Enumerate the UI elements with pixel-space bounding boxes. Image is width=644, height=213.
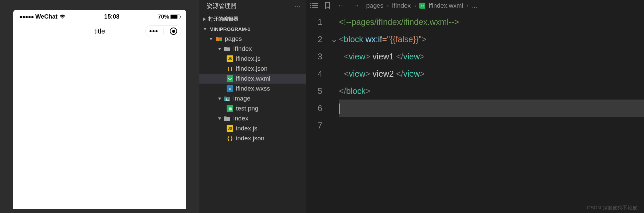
close-target-icon[interactable] [170,28,177,35]
capsule-divider [163,28,164,35]
file-label: ifindex.wxss [236,85,270,92]
open-editors-section[interactable]: 打开的编辑器 [199,14,306,24]
line-number: 2 [306,31,322,48]
breadcrumb-item[interactable]: ifIndex [392,2,411,9]
explorer-sidebar: 资源管理器 ··· 打开的编辑器 MINIPROGRAM-1 pages ifI… [199,0,306,213]
svg-rect-6 [312,5,318,6]
phone-frame: ●●●●● WeChat 15:08 70% title [13,10,186,209]
chevron-right-icon: › [414,2,416,9]
line-number: 5 [306,82,322,100]
code-line-current[interactable] [339,100,644,117]
folder-pages[interactable]: pages [199,34,306,44]
chevron-right-icon: › [387,2,389,9]
status-right: 70% [158,14,180,20]
file-ifindex-json[interactable]: { } ifindex.json [199,64,306,74]
bookmark-icon[interactable] [325,2,330,9]
js-icon: JS [227,55,233,62]
folder-image[interactable]: image [199,94,306,104]
file-label: ifindex.js [236,55,261,62]
file-ifindex-wxss[interactable]: ≡ ifindex.wxss [199,84,306,94]
chevron-right-icon [203,18,206,21]
file-tree: pages ifIndex JS ifindex.js { } ifindex.… [199,34,306,213]
folder-label: image [233,95,251,102]
js-icon: JS [227,125,233,132]
code-line[interactable]: <view> view1 </view> [339,48,644,65]
code-line[interactable]: </block> [339,82,644,100]
folder-index[interactable]: index [199,113,306,123]
wxml-icon: <> [419,3,425,9]
carrier-label: WeChat [35,13,57,20]
chevron-down-icon [218,48,221,50]
file-label: index.json [236,135,265,142]
line-number: 6 [306,100,322,117]
capsule-button[interactable] [145,25,181,37]
line-number: 4 [306,65,322,82]
status-left: ●●●●● WeChat [19,13,66,20]
json-icon: { } [227,135,233,142]
status-bar: ●●●●● WeChat 15:08 70% [13,10,186,22]
chevron-down-icon [218,98,221,100]
chevron-down-icon [203,28,207,30]
file-test-png[interactable]: ▧ test.png [199,104,306,113]
editor-top-bar: ← → pages › ifIndex › <> ifindex.wxml › … [306,0,644,13]
breadcrumb[interactable]: pages › ifIndex › <> ifindex.wxml › ... [366,2,477,9]
status-time: 15:08 [104,13,119,20]
code-line[interactable]: <block wx:if="{{false}}"> [339,31,644,48]
battery-percent: 70% [158,14,169,20]
code-line[interactable] [339,117,644,134]
line-number: 1 [306,13,322,31]
file-label: test.png [236,105,259,112]
json-icon: { } [227,65,233,72]
editor-top-icons: ← → [310,1,360,10]
folder-ifindex[interactable]: ifIndex [199,44,306,54]
explorer-header: 资源管理器 ··· [199,0,306,14]
folder-image-icon [224,96,231,102]
nav-forward-icon[interactable]: → [352,1,360,10]
list-icon[interactable] [310,3,318,9]
code-line[interactable]: <!--pages/ifIndex/ifindex.wxml--> [339,13,644,31]
code-line[interactable]: <view> view2 </view> [339,65,644,82]
folder-icon [224,46,231,52]
file-label: ifindex.wxml [236,75,270,82]
battery-icon [170,15,180,19]
folder-icon [215,36,222,42]
watermark: CSDN @癞皮狗不赖皮 [587,205,637,211]
fold-icon[interactable]: ⌄ [329,31,339,48]
code-area[interactable]: 1 2 3 4 5 6 7 ⌄ <!--pages/ifIndex/ifinde… [306,13,644,213]
svg-rect-0 [219,39,221,41]
file-ifindex-js[interactable]: JS ifindex.js [199,54,306,64]
simulator-panel: ●●●●● WeChat 15:08 70% title [0,0,199,213]
file-label: ifindex.json [236,65,268,72]
project-label: MINIPROGRAM-1 [209,26,250,32]
breadcrumb-item[interactable]: pages [366,2,383,9]
chevron-down-icon [209,38,213,40]
chevron-right-icon: › [467,2,469,9]
image-icon: ▧ [227,105,233,112]
line-number: 7 [306,117,322,134]
nav-back-icon[interactable]: ← [338,1,345,10]
svg-rect-7 [312,7,318,8]
menu-icon[interactable] [150,30,158,32]
line-number: 3 [306,48,322,65]
page-title: title [94,27,105,35]
line-gutter: 1 2 3 4 5 6 7 [306,13,329,213]
file-ifindex-wxml[interactable]: <> ifindex.wxml [199,74,306,84]
breadcrumb-item[interactable]: ... [472,2,477,9]
signal-icon: ●●●●● [19,14,34,20]
folder-label: pages [225,35,242,42]
file-index-js[interactable]: JS index.js [199,123,306,133]
breadcrumb-item[interactable]: ifindex.wxml [429,2,463,9]
open-editors-label: 打开的编辑器 [208,16,238,22]
svg-rect-3 [310,5,311,6]
chevron-down-icon [218,117,221,120]
code-lines[interactable]: <!--pages/ifIndex/ifindex.wxml--> <block… [339,13,644,213]
nav-bar: title [13,22,186,40]
explorer-title: 资源管理器 [207,2,237,10]
folder-label: ifIndex [233,45,252,52]
file-index-json[interactable]: { } index.json [199,133,306,143]
project-section[interactable]: MINIPROGRAM-1 [199,24,306,34]
file-label: index.js [236,125,257,132]
more-icon[interactable]: ··· [294,3,300,10]
folder-icon [224,115,231,121]
wxss-icon: ≡ [227,85,233,92]
